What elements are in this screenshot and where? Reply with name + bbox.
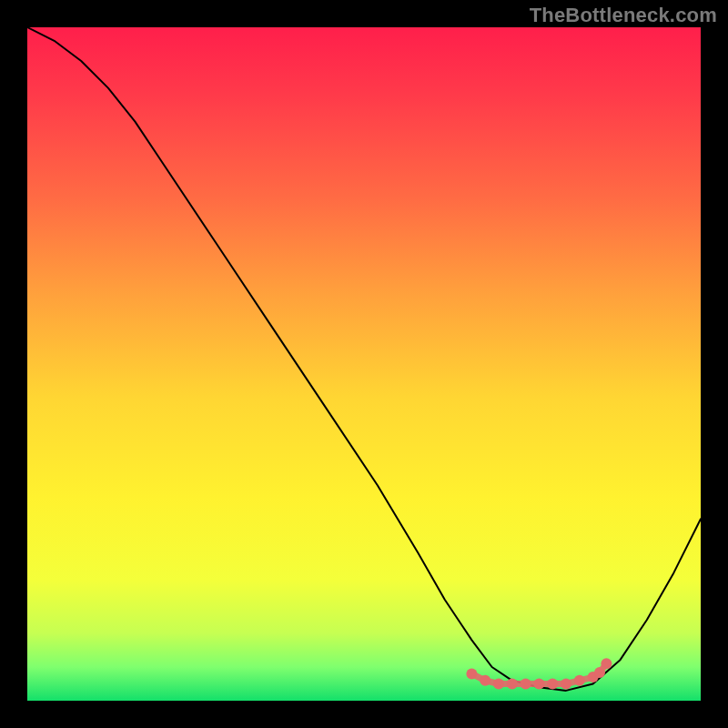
optimal-range-marker xyxy=(574,675,585,686)
optimal-range-marker xyxy=(601,658,612,669)
gradient-background xyxy=(27,27,701,701)
optimal-range-marker xyxy=(594,667,605,678)
optimal-range-marker xyxy=(480,675,490,686)
plot-area xyxy=(27,27,701,701)
optimal-range-marker xyxy=(507,679,518,690)
optimal-range-marker xyxy=(466,668,477,679)
optimal-range-marker xyxy=(547,679,558,690)
watermark-text: TheBottleneck.com xyxy=(530,4,717,27)
optimal-range-marker xyxy=(493,679,504,690)
chart-frame: TheBottleneck.com xyxy=(0,0,728,728)
optimal-range-marker xyxy=(533,679,544,690)
optimal-range-marker xyxy=(521,679,531,690)
optimal-range-marker xyxy=(561,679,571,690)
chart-svg xyxy=(27,27,701,701)
